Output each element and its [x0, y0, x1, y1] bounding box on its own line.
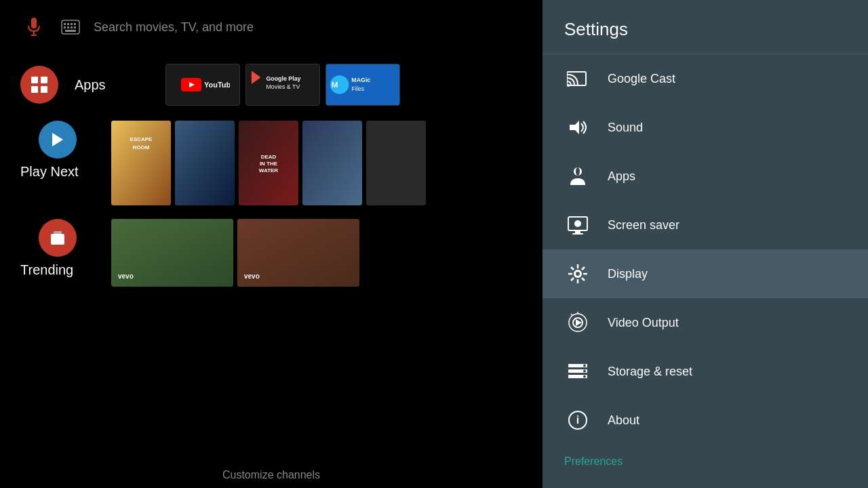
keyboard-icon[interactable] — [58, 15, 83, 39]
svg-rect-34 — [175, 121, 235, 205]
settings-item-apps[interactable]: Apps — [542, 152, 868, 201]
about-label: About — [608, 413, 639, 428]
svg-line-65 — [571, 278, 574, 281]
google-play-app[interactable]: Google Play Movies & TV — [245, 64, 320, 106]
play-next-section: Play Next ESCAPE ROOM — [0, 115, 542, 211]
settings-panel: Settings Google Cast — [542, 0, 868, 488]
svg-text:WATER: WATER — [259, 167, 279, 174]
play-next-left: Play Next — [20, 121, 95, 180]
svg-point-51 — [576, 167, 580, 176]
svg-text:vevo: vevo — [118, 272, 134, 280]
svg-rect-13 — [31, 77, 38, 83]
svg-marker-30 — [52, 133, 63, 146]
svg-rect-39 — [302, 121, 362, 205]
svg-rect-7 — [74, 23, 76, 25]
svg-text:Movies & TV: Movies & TV — [266, 83, 300, 90]
trending-icon[interactable] — [39, 219, 77, 257]
about-icon: i — [564, 407, 591, 434]
play-next-label: Play Next — [20, 164, 95, 180]
apps-section-icon[interactable] — [20, 66, 58, 104]
svg-text:M: M — [332, 80, 338, 89]
search-bar: Search movies, TV, and more — [0, 0, 542, 54]
svg-rect-0 — [31, 18, 37, 28]
svg-text:ESCAPE: ESCAPE — [130, 136, 153, 142]
svg-text:ROOM: ROOM — [133, 144, 150, 150]
apps-label: Apps — [75, 77, 149, 93]
settings-item-display[interactable]: Display — [542, 249, 868, 298]
apps-thumbnails: YouTube Google Play Movies & TV M MAGi — [165, 64, 522, 106]
video-output-label: Video Output — [608, 316, 679, 330]
trending-left: Trending — [20, 219, 95, 278]
svg-rect-41 — [51, 234, 64, 245]
screen-saver-label: Screen saver — [608, 218, 679, 232]
svg-rect-42 — [54, 231, 62, 234]
settings-list: Google Cast Sound Apps — [542, 54, 868, 488]
movie-thumb-5[interactable] — [366, 121, 426, 205]
customize-channels-label: Customize channels — [222, 469, 320, 481]
customize-channels-bar[interactable]: Customize channels — [0, 462, 542, 488]
svg-rect-16 — [41, 86, 47, 93]
settings-item-screen-saver[interactable]: Screen saver — [542, 201, 868, 249]
svg-point-75 — [583, 370, 586, 373]
svg-rect-4 — [64, 23, 66, 25]
storage-reset-label: Storage & reset — [608, 365, 692, 379]
svg-rect-12 — [65, 30, 76, 32]
svg-rect-54 — [572, 233, 583, 235]
trending-thumb-2[interactable]: vevo — [237, 219, 359, 287]
screen-saver-icon — [564, 211, 591, 239]
svg-marker-67 — [576, 319, 582, 326]
settings-item-video-output[interactable]: Video Output — [542, 298, 868, 347]
svg-line-62 — [571, 267, 574, 270]
preferences-link[interactable]: Preferences — [542, 445, 868, 479]
play-next-icon[interactable] — [39, 121, 77, 159]
svg-point-76 — [583, 375, 586, 378]
trending-thumbnails: vevo vevo — [111, 219, 522, 287]
storage-reset-icon — [564, 358, 591, 385]
settings-item-sound[interactable]: Sound — [542, 103, 868, 152]
movie-thumb-2[interactable] — [175, 121, 235, 205]
youtube-app[interactable]: YouTube — [165, 64, 240, 106]
svg-rect-8 — [64, 26, 66, 28]
magic-files-app[interactable]: M MAGic Files — [326, 64, 400, 106]
svg-rect-9 — [67, 26, 69, 28]
svg-point-74 — [583, 365, 586, 367]
svg-text:vevo: vevo — [244, 272, 260, 280]
svg-rect-11 — [74, 26, 76, 28]
svg-rect-6 — [71, 23, 73, 25]
sound-label: Sound — [608, 121, 643, 135]
svg-rect-10 — [71, 26, 73, 28]
svg-rect-14 — [41, 77, 47, 83]
display-icon — [564, 260, 591, 287]
google-cast-label: Google Cast — [608, 72, 675, 86]
display-label: Display — [608, 267, 648, 281]
video-output-icon — [564, 309, 591, 336]
svg-point-55 — [574, 220, 581, 227]
svg-marker-49 — [570, 121, 579, 134]
settings-item-google-cast[interactable]: Google Cast — [542, 54, 868, 103]
svg-line-63 — [582, 278, 585, 281]
settings-item-about[interactable]: i About — [542, 396, 868, 445]
settings-item-storage-reset[interactable]: Storage & reset — [542, 347, 868, 396]
mic-icon[interactable] — [20, 14, 47, 41]
trending-thumb-1[interactable]: vevo — [111, 219, 233, 287]
svg-text:MAGic: MAGic — [351, 77, 370, 83]
google-cast-icon — [564, 65, 591, 92]
svg-rect-31 — [111, 121, 171, 205]
svg-rect-53 — [575, 230, 580, 233]
movie-thumb-4[interactable] — [302, 121, 362, 205]
movie-thumb-1[interactable]: ESCAPE ROOM — [111, 121, 171, 205]
search-placeholder[interactable]: Search movies, TV, and more — [94, 20, 522, 35]
sound-icon — [564, 114, 591, 141]
svg-line-64 — [582, 267, 585, 270]
svg-text:Files: Files — [351, 85, 364, 92]
movie-thumb-3[interactable]: DEAD IN THE WATER — [239, 121, 298, 205]
settings-header: Settings — [542, 0, 868, 54]
svg-text:Google Play: Google Play — [266, 75, 300, 82]
svg-line-70 — [571, 314, 572, 315]
trending-section: Trending vevo — [0, 214, 542, 292]
left-panel: Search movies, TV, and more Apps YouTube — [0, 0, 542, 488]
svg-rect-5 — [67, 23, 69, 25]
settings-title: Settings — [564, 19, 628, 39]
apps-settings-label: Apps — [608, 169, 635, 184]
svg-point-48 — [567, 84, 570, 87]
